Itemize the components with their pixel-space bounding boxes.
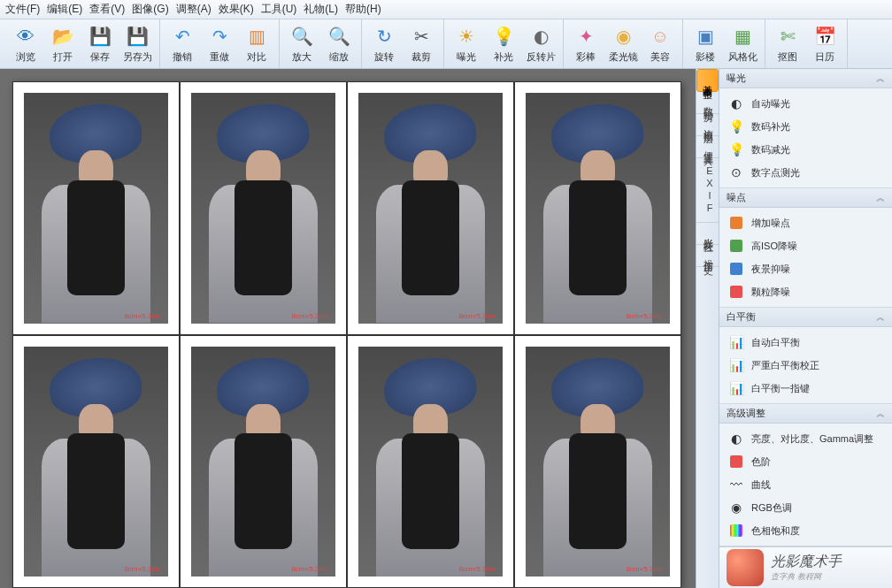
invert-button[interactable]: ◐反转片 <box>522 22 559 66</box>
photo-dimensions: 8cm×5.3cm <box>626 565 663 573</box>
stylize-icon: ▦ <box>730 24 755 49</box>
levels-icon <box>728 454 744 470</box>
studio-button[interactable]: ▣影楼 <box>687 22 724 66</box>
menu-view[interactable]: 查看(V) <box>89 2 125 17</box>
photo-cell[interactable]: 8cm×5.3cm <box>12 81 180 335</box>
cutout-button[interactable]: ✄抠图 <box>769 22 806 66</box>
side-tab-basic[interactable]: 基本调整 <box>696 69 719 92</box>
saveas-icon: 💾 <box>125 24 150 49</box>
side-tabs: 基本调整数码暗房边框图层便捷工具EXIF光影社区操作历史 <box>696 69 719 588</box>
panel-item-rgb-tone[interactable]: ◉RGB色调 <box>719 496 892 519</box>
beauty-button[interactable]: ☺美容 <box>642 22 679 66</box>
panel-item-add-noise[interactable]: 增加噪点 <box>719 211 892 234</box>
zoomin-button[interactable]: 🔍放大 <box>283 22 320 66</box>
panel-header-advanced[interactable]: 高级调整︽ <box>719 404 892 424</box>
photo-cell[interactable]: 8cm×5.3cm <box>347 81 514 335</box>
zoomin-label: 放大 <box>292 50 311 64</box>
menu-image[interactable]: 图像(G) <box>132 2 168 17</box>
panel-header-exposure[interactable]: 曝光︽ <box>719 69 892 88</box>
side-tab-quick[interactable]: 便捷工具 <box>696 136 719 158</box>
browse-button[interactable]: 👁浏览 <box>7 22 44 66</box>
panel-item-severe-wb[interactable]: 📊严重白平衡校正 <box>719 354 892 377</box>
panel-item-label: 数码补光 <box>751 120 790 134</box>
panel-title: 白平衡 <box>727 310 756 324</box>
side-tab-history[interactable]: 操作历史 <box>696 245 719 267</box>
panel-item-label: RGB色调 <box>751 501 792 515</box>
panel-header-noise[interactable]: 噪点︽ <box>719 188 892 208</box>
auto-exposure-icon: ◐ <box>728 95 744 111</box>
cutout-icon: ✄ <box>775 24 800 49</box>
panel-item-curves[interactable]: 〰曲线 <box>719 473 892 496</box>
crop-button[interactable]: ✂裁剪 <box>403 22 440 66</box>
digital-fill-icon: 💡 <box>728 118 744 134</box>
fill-button[interactable]: 💡补光 <box>485 22 522 66</box>
panel-item-label: 严重白平衡校正 <box>751 359 819 372</box>
panel-item-label: 高ISO降噪 <box>751 240 797 253</box>
side-tab-darkroom[interactable]: 数码暗房 <box>696 92 719 114</box>
photo-cell[interactable]: 8cm×5.3cm <box>180 81 347 335</box>
branding: 光影魔术手 查字典 教程网 <box>719 546 892 588</box>
menu-tool[interactable]: 工具(U) <box>261 2 297 17</box>
photo-cell[interactable]: 8cm×5.3cm <box>347 335 514 589</box>
fill-icon: 💡 <box>491 24 516 49</box>
panel-item-hue-sat[interactable]: 色相饱和度 <box>719 519 892 542</box>
panel-title: 曝光 <box>727 72 746 85</box>
menu-adjust[interactable]: 调整(A) <box>176 2 211 17</box>
rotate-icon: ↻ <box>372 24 396 49</box>
panel-item-label: 颗粒降噪 <box>751 286 790 299</box>
side-tab-community[interactable]: 光影社区 <box>696 223 719 245</box>
open-button[interactable]: 📂打开 <box>44 22 81 66</box>
menu-effect[interactable]: 效果(K) <box>219 2 254 17</box>
panel-item-auto-exposure[interactable]: ◐自动曝光 <box>719 92 892 115</box>
panel-item-grain[interactable]: 颗粒降噪 <box>719 280 892 303</box>
exposure-icon: ☀ <box>454 24 479 49</box>
photo-cell[interactable]: 8cm×5.3cm <box>12 335 180 589</box>
save-button[interactable]: 💾保存 <box>81 22 119 66</box>
panel-item-auto-wb[interactable]: 📊自动白平衡 <box>719 331 892 354</box>
zoomout-button[interactable]: 🔍缩放 <box>320 22 358 66</box>
photo-dimensions: 8cm×5.3cm <box>124 565 161 573</box>
open-label: 打开 <box>53 50 73 64</box>
panel-item-high-iso[interactable]: 高ISO降噪 <box>719 234 892 257</box>
calendar-button[interactable]: 📅日历 <box>806 22 843 66</box>
photo-dimensions: 8cm×5.3cm <box>124 312 161 320</box>
panel-item-label: 曲线 <box>751 478 771 492</box>
menu-gift[interactable]: 礼物(L) <box>304 2 338 17</box>
photo-cell[interactable]: 8cm×5.3cm <box>514 335 681 589</box>
auto-wb-icon: 📊 <box>728 334 744 350</box>
photo-dimensions: 8cm×5.3cm <box>291 565 328 573</box>
redo-button[interactable]: ↷重做 <box>201 22 238 66</box>
calendar-label: 日历 <box>815 50 834 64</box>
panel-item-digital-reduce[interactable]: 💡数码减光 <box>719 138 892 161</box>
photo-cell[interactable]: 8cm×5.3cm <box>180 335 347 589</box>
panel-item-wb-onekey[interactable]: 📊白平衡一指键 <box>719 377 892 400</box>
menu-help[interactable]: 帮助(H) <box>345 2 381 17</box>
panel-item-night[interactable]: 夜景抑噪 <box>719 257 892 280</box>
saveas-button[interactable]: 💾另存为 <box>119 22 156 66</box>
panel-item-levels[interactable]: 色阶 <box>719 450 892 473</box>
crop-label: 裁剪 <box>411 50 431 64</box>
compare-button[interactable]: ▥对比 <box>238 22 275 66</box>
chevron-icon: ︽ <box>876 73 885 85</box>
undo-button[interactable]: ↶撤销 <box>164 22 201 66</box>
menu-file[interactable]: 文件(F) <box>5 2 40 17</box>
panel-header-whitebalance[interactable]: 白平衡︽ <box>719 308 892 327</box>
save-label: 保存 <box>90 50 110 64</box>
panel-item-digital-fill[interactable]: 💡数码补光 <box>719 115 892 138</box>
wand-button[interactable]: ✦彩棒 <box>567 22 604 66</box>
stylize-button[interactable]: ▦风格化 <box>724 22 761 66</box>
side-tab-exif[interactable]: EXIF <box>696 158 719 223</box>
add-noise-icon <box>728 215 744 231</box>
panel-item-brightness[interactable]: ◐亮度、对比度、Gamma调整 <box>719 427 892 450</box>
panel-noise: 噪点︽增加噪点高ISO降噪夜景抑噪颗粒降噪 <box>719 188 892 308</box>
exposure-button[interactable]: ☀曝光 <box>448 22 485 66</box>
panel-item-digital-spot[interactable]: ⊙数字点测光 <box>719 161 892 184</box>
softlens-button[interactable]: ◉柔光镜 <box>604 22 642 66</box>
photo-cell[interactable]: 8cm×5.3cm <box>514 81 681 335</box>
side-tab-border[interactable]: 边框图层 <box>696 114 719 136</box>
zoomin-icon: 🔍 <box>289 24 314 49</box>
menu-edit[interactable]: 编辑(E) <box>47 2 82 17</box>
wb-onekey-icon: 📊 <box>728 380 744 396</box>
rotate-button[interactable]: ↻旋转 <box>365 22 403 66</box>
save-icon: 💾 <box>88 24 112 49</box>
